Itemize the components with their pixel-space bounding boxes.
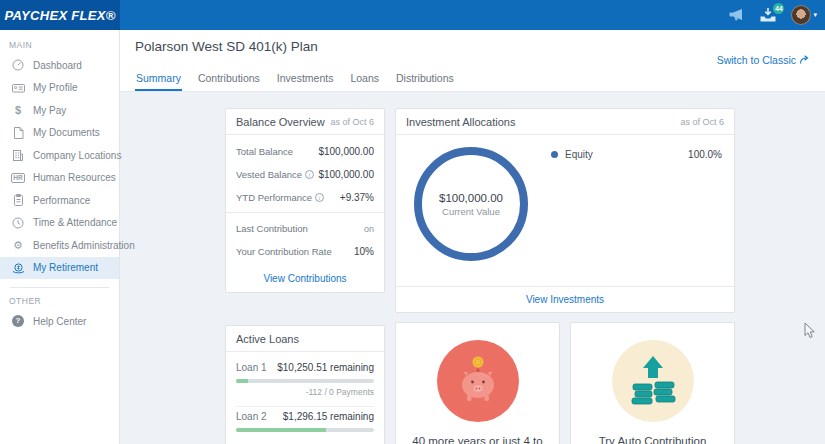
logo-text: PAYCHEX FLEX® [4, 8, 115, 23]
switch-to-classic-link[interactable]: Switch to Classic [717, 54, 809, 66]
paychex-flex-logo[interactable]: PAYCHEX FLEX® [0, 0, 120, 30]
card-title: Active Loans [236, 333, 299, 345]
hr-badge-icon: HR [11, 173, 25, 183]
divider [236, 406, 374, 407]
sidebar-nav: MAIN Dashboard My Profile $ My Pay My Do… [0, 30, 120, 444]
increase-contribution-icon [612, 340, 694, 422]
loan-1-payments: -112 / 0 Payments [236, 387, 374, 397]
sidebar-item-my-documents[interactable]: My Documents [0, 122, 119, 145]
sidebar-item-my-retirement[interactable]: My Retirement [0, 257, 119, 280]
sidebar-item-benefits-administration[interactable]: ⚙ Benefits Administration [0, 234, 119, 257]
document-icon [11, 127, 25, 139]
curved-arrow-icon [799, 54, 809, 66]
sidebar-item-my-profile[interactable]: My Profile [0, 77, 119, 100]
as-of-date: as of Oct 6 [330, 117, 374, 127]
notification-count-badge: 44 [773, 3, 784, 14]
as-of-date: as of Oct 6 [680, 117, 724, 127]
sidebar-item-my-pay[interactable]: $ My Pay [0, 99, 119, 122]
loan-1-item: Loan 1 $10,250.51 remaining -112 / 0 Pay… [226, 352, 384, 407]
info-icon[interactable]: i [305, 170, 314, 179]
page-title: Polarson West SD 401(k) Plan [135, 39, 318, 54]
piggy-bank-icon [437, 340, 519, 422]
chevron-down-icon: ▾ [813, 11, 817, 19]
tab-distributions[interactable]: Distributions [395, 66, 455, 91]
total-balance-row: Total Balance $100,000.00 [226, 140, 384, 163]
divider [226, 212, 384, 213]
user-menu[interactable]: ▾ [791, 5, 817, 25]
ytd-performance-row: YTD Performancei +9.37% [226, 186, 384, 209]
donut-center-value: $100,000.00 [439, 192, 503, 204]
promo-text: Try Auto Contribution [591, 435, 715, 444]
announcements-megaphone-icon[interactable] [728, 8, 745, 22]
investment-allocations-card: Investment Allocations as of Oct 6 $100,… [395, 108, 735, 313]
allocation-donut-chart: $100,000.00 Current Value [414, 147, 528, 261]
page-header: Polarson West SD 401(k) Plan Summary Con… [120, 30, 825, 92]
tab-contributions[interactable]: Contributions [197, 66, 261, 91]
loan-1-progress-bar [236, 379, 374, 383]
sidebar-section-main: MAIN [0, 34, 119, 54]
balance-overview-card: Balance Overview as of Oct 6 Total Balan… [225, 108, 385, 293]
loan-2-progress-bar [236, 428, 374, 432]
tab-loans[interactable]: Loans [349, 66, 380, 91]
help-icon: ? [11, 315, 25, 327]
dashboard-icon [11, 59, 25, 71]
tab-investments[interactable]: Investments [276, 66, 335, 91]
mouse-cursor [804, 322, 816, 343]
gear-icon: ⚙ [11, 239, 25, 252]
last-contribution-row: Last Contribution on [226, 217, 384, 240]
inbox-notifications-icon[interactable]: 44 [759, 7, 777, 23]
clock-icon [11, 217, 25, 229]
sidebar-item-dashboard[interactable]: Dashboard [0, 54, 119, 77]
card-title: Investment Allocations [406, 116, 515, 128]
active-loans-card: Active Loans Loan 1 $10,250.51 remaining… [225, 325, 385, 444]
view-contributions-link[interactable]: View Contributions [226, 273, 384, 284]
info-icon[interactable]: i [315, 193, 324, 202]
donut-center-label: Current Value [442, 206, 500, 217]
top-bar: PAYCHEX FLEX® 44 ▾ [0, 0, 825, 30]
dollar-icon: $ [11, 104, 25, 116]
view-investments-link[interactable]: View Investments [396, 294, 734, 305]
card-title: Balance Overview [236, 116, 325, 128]
legend-item-equity: Equity 100.0% [551, 149, 722, 160]
auto-contribution-promo-card[interactable]: Try Auto Contribution [570, 322, 735, 444]
sidebar-divider [10, 287, 109, 288]
legend-dot [551, 151, 558, 158]
sidebar-section-other: OTHER [0, 290, 119, 310]
sidebar-item-performance[interactable]: Performance [0, 189, 119, 212]
tab-summary[interactable]: Summary [135, 66, 182, 91]
contribution-rate-row: Your Contribution Rate 10% [226, 240, 384, 263]
id-card-icon [11, 82, 25, 94]
tab-bar: Summary Contributions Investments Loans … [135, 66, 455, 91]
sidebar-item-time-attendance[interactable]: Time & Attendance [0, 212, 119, 235]
retirement-savings-promo-card[interactable]: 40 more years or just 4 to [395, 322, 560, 444]
clipboard-icon [11, 194, 25, 206]
user-avatar [791, 5, 811, 25]
retirement-nest-egg-icon [11, 262, 25, 274]
sidebar-item-human-resources[interactable]: HR Human Resources [0, 167, 119, 190]
sidebar-item-company-locations[interactable]: Company Locations [0, 144, 119, 167]
sidebar-item-help-center[interactable]: ? Help Center [0, 310, 119, 333]
building-icon [11, 149, 25, 161]
loan-2-item: Loan 2 $1,296.15 remaining [226, 411, 384, 432]
promo-text: 40 more years or just 4 to [404, 435, 550, 444]
vested-balance-row: Vested Balancei $100,000.00 [226, 163, 384, 186]
